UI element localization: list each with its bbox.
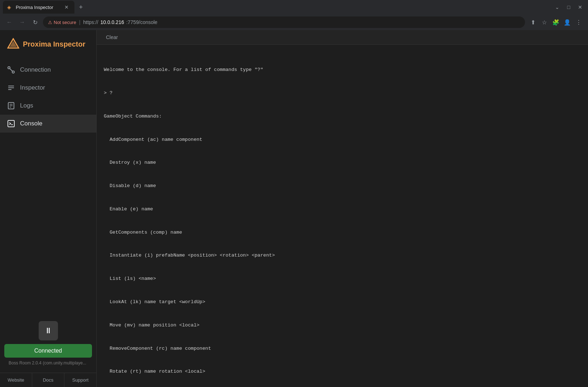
- new-tab-button[interactable]: +: [76, 2, 86, 12]
- maximize-button[interactable]: □: [564, 2, 574, 12]
- connection-icon: [7, 66, 15, 74]
- back-button[interactable]: ←: [4, 17, 14, 27]
- profile-icon[interactable]: 👤: [562, 17, 572, 27]
- window-controls: ⌄ □ ✕: [552, 2, 585, 12]
- url-field[interactable]: ⚠ Not secure | https://10.0.0.216:7759/c…: [43, 16, 525, 28]
- console-line-2: Destroy (x) name: [104, 159, 581, 167]
- tab-close-button[interactable]: ✕: [63, 4, 70, 11]
- sidebar-item-inspector[interactable]: Inspector: [0, 79, 96, 97]
- toolbar-right: ⬆ ☆ 🧩 👤 ⋮: [528, 17, 584, 27]
- svg-line-4: [10, 69, 13, 71]
- proxima-logo-icon: [7, 38, 19, 50]
- svg-point-3: [12, 71, 14, 73]
- logo-text: Proxima Inspector: [23, 40, 86, 48]
- nav-items: Connection Inspector: [0, 58, 96, 317]
- console-line-4: Enable (e) name: [104, 205, 581, 213]
- logs-icon: [7, 102, 15, 110]
- console-welcome: Welcome to the console. For a list of co…: [104, 66, 581, 74]
- forward-button[interactable]: →: [17, 17, 27, 27]
- tab-favicon: ◈: [7, 4, 13, 10]
- sidebar: Proxima Inspector Connection: [0, 30, 97, 387]
- url-path: :7759/console: [126, 19, 157, 25]
- sidebar-bottom: ⏸ Connected Boss Room 2.0.4 (com.unity.m…: [0, 317, 96, 373]
- console-prompt1: > ?: [104, 89, 581, 97]
- security-warning: ⚠ Not secure: [48, 20, 76, 25]
- app-layout: Proxima Inspector Connection: [0, 30, 588, 387]
- menu-icon[interactable]: ⋮: [574, 17, 584, 27]
- console-line-0: GameObject Commands:: [104, 113, 581, 120]
- minimize-button[interactable]: ⌄: [552, 2, 562, 12]
- app-info: Boss Room 2.0.4 (com.unity.multiplaye...: [4, 358, 92, 368]
- support-link[interactable]: Support: [64, 373, 96, 387]
- console-line-7: List (ls) <name>: [104, 275, 581, 283]
- sidebar-item-console[interactable]: Console: [0, 115, 96, 133]
- share-icon[interactable]: ⬆: [528, 17, 538, 27]
- url-divider: |: [79, 19, 81, 25]
- sidebar-item-logs[interactable]: Logs: [0, 97, 96, 115]
- close-window-button[interactable]: ✕: [575, 2, 585, 12]
- connected-badge[interactable]: Connected: [4, 344, 92, 358]
- console-line-11: Rotate (rt) name rotation <local>: [104, 368, 581, 376]
- url-protocol: https://: [83, 19, 98, 25]
- footer-links: Website Docs Support: [0, 373, 96, 387]
- active-tab[interactable]: ◈ Proxima Inspector ✕: [3, 1, 74, 14]
- console-line-8: LookAt (lk) name target <worldUp>: [104, 298, 581, 306]
- console-icon: [7, 120, 15, 128]
- not-secure-label: Not secure: [54, 20, 76, 25]
- refresh-button[interactable]: ↻: [30, 17, 40, 27]
- warning-icon: ⚠: [48, 20, 52, 25]
- main-content: Clear Welcome to the console. For a list…: [97, 30, 588, 387]
- console-line-5: GetComponents (comp) name: [104, 229, 581, 236]
- extensions-icon[interactable]: 🧩: [551, 17, 561, 27]
- pause-button[interactable]: ⏸: [39, 321, 58, 340]
- sidebar-item-connection[interactable]: Connection: [0, 61, 96, 79]
- logs-label: Logs: [20, 102, 33, 109]
- pause-icon: ⏸: [44, 326, 52, 335]
- inspector-label: Inspector: [20, 84, 45, 91]
- console-line-10: RemoveComponent (rc) name component: [104, 345, 581, 353]
- tab-title: Proxima Inspector: [16, 5, 60, 10]
- bookmark-icon[interactable]: ☆: [539, 17, 549, 27]
- docs-link[interactable]: Docs: [32, 373, 64, 387]
- console-line-6: Instantiate (i) prefabName <position> <r…: [104, 252, 581, 259]
- website-link[interactable]: Website: [0, 373, 32, 387]
- browser-chrome: ◈ Proxima Inspector ✕ + ⌄ □ ✕ ← → ↻ ⚠ No…: [0, 0, 588, 30]
- console-output[interactable]: Welcome to the console. For a list of co…: [97, 45, 588, 387]
- svg-point-2: [8, 67, 10, 69]
- console-line-1: AddComponent (ac) name component: [104, 136, 581, 144]
- console-header: Clear: [97, 30, 588, 45]
- tab-bar: ◈ Proxima Inspector ✕ + ⌄ □ ✕: [0, 0, 588, 14]
- address-bar: ← → ↻ ⚠ Not secure | https://10.0.0.216:…: [0, 14, 588, 30]
- connection-label: Connection: [20, 66, 51, 73]
- inspector-icon: [7, 84, 15, 92]
- console-line-9: Move (mv) name position <local>: [104, 321, 581, 329]
- console-line-3: Disable (d) name: [104, 182, 581, 190]
- console-label: Console: [20, 120, 42, 127]
- url-host: 10.0.0.216: [101, 19, 124, 25]
- clear-button[interactable]: Clear: [104, 34, 120, 41]
- sidebar-logo: Proxima Inspector: [0, 30, 96, 58]
